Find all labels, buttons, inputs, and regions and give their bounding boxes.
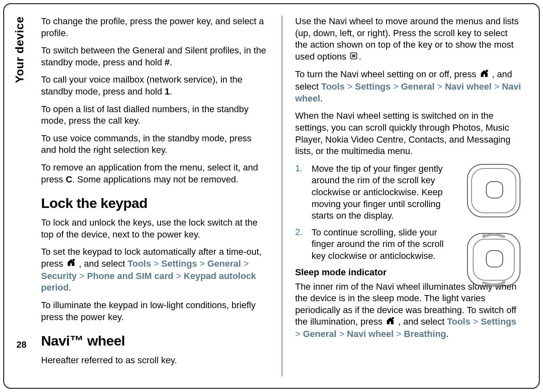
body-text: The inner rim of the Navi wheel illumina… [295,281,523,340]
home-icon [480,69,489,81]
svg-rect-9 [486,182,503,198]
menu-path-settings: Settings [481,316,516,327]
path-separator: > [396,329,401,339]
menu-path-general: General [207,258,241,269]
body-text: To use voice commands, in the standby mo… [41,133,269,156]
menu-icon [350,51,358,63]
home-icon [386,316,395,329]
body-text: To lock and unlock the keys, use the loc… [41,217,269,240]
body-text: To set the keypad to lock automatically … [41,246,269,294]
body-text: To call your voice mailbox (network serv… [41,74,269,97]
svg-point-0 [73,259,75,261]
path-separator: > [200,258,205,269]
svg-rect-10 [467,233,520,286]
menu-path-tools: Tools [447,316,470,327]
step-text: Move the tip of your finger gently aroun… [312,163,460,222]
path-separator: > [473,316,478,327]
menu-path-settings: Settings [355,81,391,92]
body-text: To remove an application from the menu, … [41,162,269,185]
menu-path-security: Security [41,271,77,281]
navi-wheel-figure-2 [465,231,522,288]
path-separator: > [295,329,301,339]
body-text: To turn the Navi wheel setting on or off… [295,69,523,104]
path-separator: > [79,271,85,281]
path-separator: > [339,329,345,339]
body-text: To illuminate the keypad in low-light co… [41,300,269,323]
menu-path-breathing: Breathing [404,329,446,339]
column-divider [282,16,282,376]
svg-rect-8 [472,168,516,213]
svg-point-6 [392,317,394,320]
path-separator: > [244,258,249,269]
menu-path-general: General [303,329,336,339]
body-text: Hereafter referred to as scroll key. [41,355,269,367]
heading-navi-wheel: Navi™ wheel [41,333,269,349]
home-icon [67,258,76,270]
menu-path-settings: Settings [161,258,197,269]
right-column: Use the Navi wheel to move around the me… [295,16,523,376]
heading-lock-keypad: Lock the keypad [41,195,269,211]
svg-rect-11 [473,239,514,280]
page-number: 28 [16,339,26,350]
step-number: 2. [295,227,307,262]
page-frame: Your device 28 To change the profile, pr… [3,3,540,389]
body-text: Use the Navi wheel to move around the me… [295,16,523,63]
body-text: To switch between the General and Silent… [41,45,269,68]
step-number: 1. [295,163,307,222]
step-text: To continue scrolling, slide your finger… [312,227,460,262]
navi-wheel-figure-1 [465,162,522,219]
svg-rect-12 [486,251,503,267]
svg-point-5 [485,69,488,72]
path-separator: > [154,258,159,269]
body-text: When the Navi wheel setting is switched … [295,110,523,157]
menu-path-navi-wheel: Navi wheel [445,81,492,92]
body-text: To open a list of last dialled numbers, … [41,104,269,127]
left-column: To change the profile, press the power k… [41,16,269,376]
menu-path-general: General [401,81,435,92]
menu-path-tools: Tools [128,258,151,269]
path-separator: > [176,271,181,281]
path-separator: > [494,81,499,92]
menu-path-phone-sim: Phone and SIM card [87,271,173,281]
path-separator: > [393,81,398,92]
path-separator: > [347,81,352,92]
section-side-label: Your device [13,16,26,83]
path-separator: > [437,81,442,92]
menu-path-navi-wheel: Navi wheel [347,329,394,339]
body-text: To change the profile, press the power k… [41,16,269,39]
menu-path-tools: Tools [321,81,345,92]
two-column-layout: To change the profile, press the power k… [41,16,522,376]
